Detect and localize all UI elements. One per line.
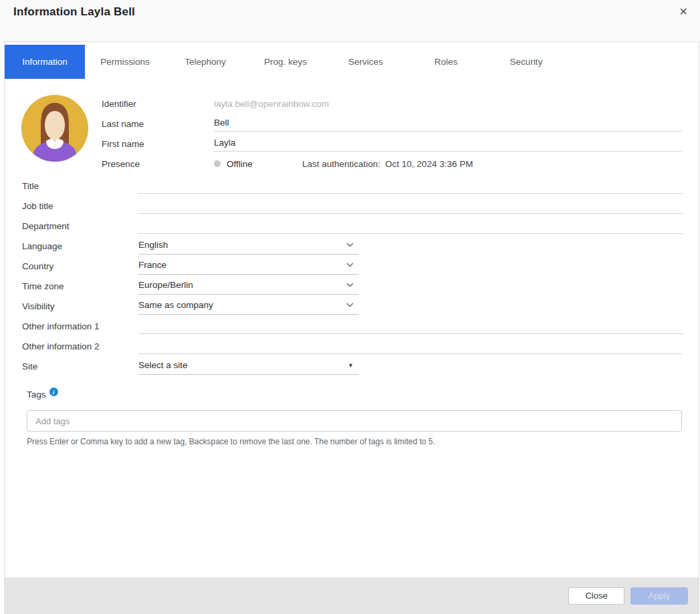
avatar-image bbox=[21, 95, 88, 162]
title-input[interactable] bbox=[138, 178, 683, 194]
visibility-select-value: Same as company bbox=[138, 300, 213, 310]
last-name-input[interactable] bbox=[214, 116, 683, 132]
apply-button[interactable]: Apply bbox=[630, 587, 688, 605]
time-zone-row: Time zone Europe/Berlin bbox=[22, 276, 683, 296]
profile-fields: Identifier layla.bell@openrainbow.com La… bbox=[102, 94, 683, 174]
chevron-down-icon bbox=[346, 283, 354, 287]
site-select-value: Select a site bbox=[138, 360, 188, 370]
tab-telephony[interactable]: Telephony bbox=[165, 45, 245, 79]
dialog-footer: Close Apply bbox=[5, 577, 699, 614]
job-title-label: Job title bbox=[22, 201, 138, 211]
language-select-value: English bbox=[138, 240, 168, 250]
visibility-label: Visibility bbox=[22, 301, 138, 311]
tab-services[interactable]: Services bbox=[326, 45, 406, 79]
time-zone-label: Time zone bbox=[22, 281, 138, 291]
identifier-value: layla.bell@openrainbow.com bbox=[214, 99, 329, 109]
country-label: Country bbox=[22, 261, 138, 271]
presence-status: Offline bbox=[227, 159, 302, 169]
other-information-1-label: Other information 1 bbox=[22, 321, 138, 331]
tab-permissions[interactable]: Permissions bbox=[85, 45, 165, 79]
other-information-2-label: Other information 2 bbox=[22, 341, 138, 351]
visibility-row: Visibility Same as company bbox=[22, 296, 683, 316]
other-information-1-input[interactable] bbox=[138, 318, 683, 334]
page-title: Information Layla Bell bbox=[13, 5, 135, 19]
close-button[interactable]: Close bbox=[568, 587, 624, 605]
department-row: Department bbox=[22, 216, 683, 236]
last-authentication-value: Oct 10, 2024 3:36 PM bbox=[385, 159, 473, 169]
presence-row: Presence Offline Last authentication: Oc… bbox=[102, 154, 683, 174]
job-title-input[interactable] bbox=[138, 198, 683, 214]
tab-information[interactable]: Information bbox=[5, 45, 85, 79]
other-information-2-input[interactable] bbox=[138, 338, 683, 354]
chevron-down-icon bbox=[346, 303, 354, 307]
first-name-label: First name bbox=[102, 139, 214, 149]
dialog-panel: Information Permissions Telephony Prog. … bbox=[4, 41, 699, 614]
visibility-select[interactable]: Same as company bbox=[138, 298, 359, 315]
chevron-down-icon bbox=[346, 263, 354, 267]
tags-section: Tags i Press Enter or Comma key to add a… bbox=[27, 390, 682, 446]
title-label: Title bbox=[22, 181, 138, 191]
department-label: Department bbox=[22, 221, 138, 231]
tags-label: Tags bbox=[27, 390, 46, 400]
dropdown-triangle-icon: ▼ bbox=[348, 362, 354, 369]
tab-prog-keys[interactable]: Prog. keys bbox=[245, 45, 326, 79]
other-information-1-row: Other information 1 bbox=[22, 316, 683, 336]
site-row: Site Select a site ▼ bbox=[22, 356, 683, 376]
last-name-label: Last name bbox=[102, 119, 214, 129]
info-icon[interactable]: i bbox=[49, 388, 58, 396]
department-input[interactable] bbox=[138, 218, 683, 234]
tab-bar: Information Permissions Telephony Prog. … bbox=[5, 42, 699, 79]
last-authentication-label: Last authentication: bbox=[302, 159, 380, 169]
dialog-titlebar: Information Layla Bell ✕ bbox=[0, 0, 700, 41]
first-name-row: First name bbox=[102, 134, 683, 154]
country-row: Country France bbox=[22, 256, 683, 276]
time-zone-select-value: Europe/Berlin bbox=[138, 280, 193, 290]
title-row: Title bbox=[22, 176, 683, 196]
presence-label: Presence bbox=[102, 159, 214, 169]
tags-helper-text: Press Enter or Comma key to add a new ta… bbox=[27, 437, 682, 446]
details-form: Title Job title Department Language Engl… bbox=[22, 176, 683, 376]
information-tab-content: Identifier layla.bell@openrainbow.com La… bbox=[5, 79, 699, 577]
country-select-value: France bbox=[138, 260, 166, 270]
language-row: Language English bbox=[22, 236, 683, 256]
presence-offline-dot-icon bbox=[214, 160, 221, 167]
chevron-down-icon bbox=[346, 243, 354, 247]
other-information-2-row: Other information 2 bbox=[22, 336, 683, 356]
last-name-row: Last name bbox=[102, 114, 683, 134]
avatar bbox=[21, 95, 88, 162]
identifier-row: Identifier layla.bell@openrainbow.com bbox=[102, 94, 683, 114]
identifier-label: Identifier bbox=[102, 99, 214, 109]
time-zone-select[interactable]: Europe/Berlin bbox=[138, 278, 359, 295]
site-label: Site bbox=[22, 361, 138, 371]
tab-roles[interactable]: Roles bbox=[406, 45, 486, 79]
tags-input[interactable] bbox=[27, 410, 682, 432]
language-label: Language bbox=[22, 241, 138, 251]
close-icon[interactable]: ✕ bbox=[674, 3, 693, 21]
country-select[interactable]: France bbox=[138, 258, 359, 275]
site-select[interactable]: Select a site ▼ bbox=[138, 358, 359, 375]
language-select[interactable]: English bbox=[138, 238, 359, 255]
first-name-input[interactable] bbox=[214, 136, 683, 152]
tab-security[interactable]: Security bbox=[486, 45, 566, 79]
job-title-row: Job title bbox=[22, 196, 683, 216]
